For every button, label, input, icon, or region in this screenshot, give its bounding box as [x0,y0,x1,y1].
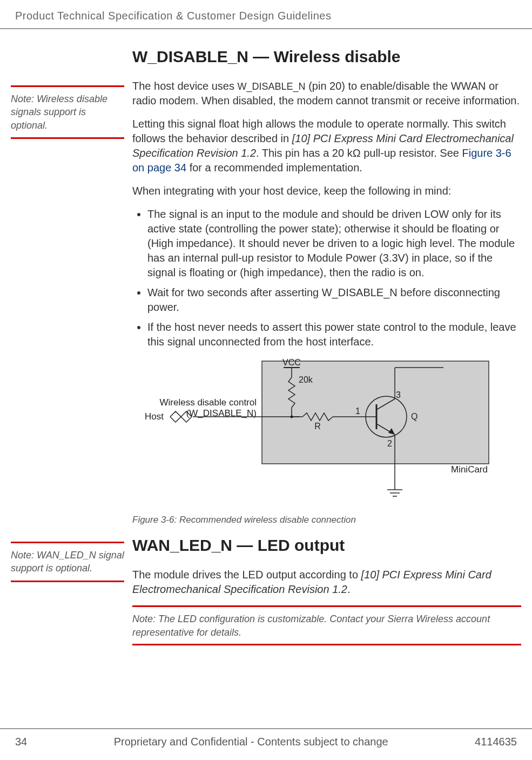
paragraph: The module drives the LED output accordi… [132,568,521,597]
sidenote-rule-bottom-2 [11,581,124,582]
text: . This pin has a 20 kΩ pull-up resistor.… [256,147,462,159]
sidenote-wanled: Note: WAN_LED_N signal support is option… [11,549,124,575]
label-r: R [314,422,321,431]
label-minicard: MiniCard [451,464,488,475]
footer-rule [0,728,532,729]
inline-note-rule-bottom [132,644,521,645]
paragraph: The host device uses W_DISABLE_N (pin 20… [132,79,521,108]
label-20k: 20k [299,375,313,384]
label-3: 3 [396,390,401,399]
bullet-list: The signal is an input to the module and… [132,207,521,349]
section-title-wanled: WAN_LED_N — LED output [132,536,521,555]
sidenote-rule-top-1 [11,85,124,87]
label-host: Host [145,411,164,422]
page-number: 34 [15,736,27,748]
inline-note: Note: The LED configuration is customiza… [132,612,521,639]
text: for a recommended implementation. [186,162,362,174]
running-header: Product Technical Specification & Custom… [15,10,331,22]
label-ctrl1: Wireless disable control [159,397,257,408]
text: . [347,583,351,595]
paragraph: When integrating with your host device, … [132,184,521,198]
label-2: 2 [387,439,392,448]
page-footer: 34 Proprietary and Confidential - Conten… [0,728,532,748]
paragraph: Letting this signal float high allows th… [132,117,521,175]
list-item: Wait for two seconds after asserting W_D… [147,285,521,315]
text: The module drives the LED output accordi… [132,569,361,581]
list-item: The signal is an input to the module and… [147,207,521,280]
inline-note-rule-top [132,605,521,607]
list-item: If the host never needs to assert this p… [147,320,521,349]
signal-name: W_DISABLE_N [238,81,306,92]
sidenote-rule-top-2 [11,542,124,543]
label-q: Q [411,412,417,421]
section-title-wdisable: W_DISABLE_N — Wireless disable [132,48,521,66]
header-rule [0,28,532,29]
minicard-box [262,361,489,464]
text: The host device uses [132,80,238,92]
sidenote-rule-bottom-1 [11,137,124,139]
label-vcc: VCC [282,358,301,367]
figure-caption: Figure 3-6: Recommended wireless disable… [132,515,521,525]
doc-number: 4114635 [475,736,517,748]
label-1: 1 [355,406,360,416]
sidenote-wdisable: Note: Wireless disable signals support i… [11,92,124,132]
footer-center: Proprietary and Confidential - Contents … [114,736,388,748]
figure-3-6: Host Wireless disable control (W_DISABLE… [132,356,521,509]
schematic-svg: Host Wireless disable control (W_DISABLE… [132,356,510,507]
